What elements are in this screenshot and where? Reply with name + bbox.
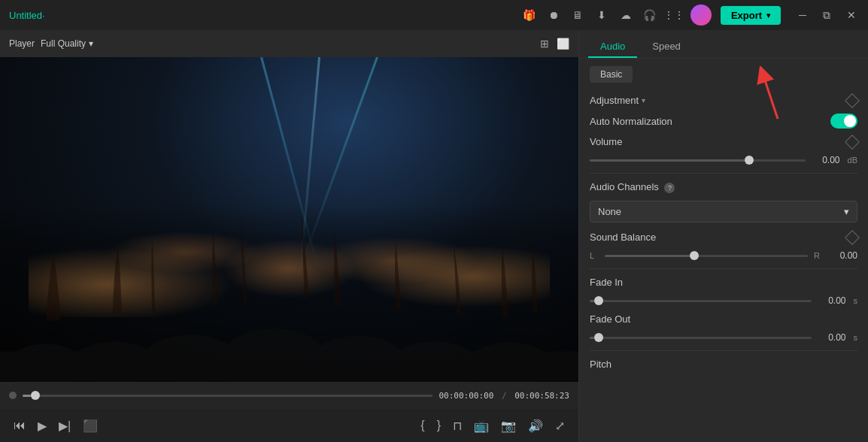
volume-label: Volume bbox=[590, 136, 622, 147]
divider-2 bbox=[590, 268, 857, 269]
titlebar-icons: 🎁 ⏺ 🖥 ⬇ ☁ 🎧 ⋮⋮ Export ▾ ─ ⧉ ✕ bbox=[522, 5, 859, 26]
transport-bar: ⏮ ▶ ▶| ⬛ { } ⊓ 📺 📷 🔊 ⤢ bbox=[0, 409, 578, 442]
fade-out-thumb[interactable] bbox=[594, 333, 603, 342]
auto-normalization-toggle[interactable] bbox=[830, 114, 857, 129]
concert-scene bbox=[0, 57, 578, 382]
sound-balance-label: Sound Balance bbox=[590, 232, 656, 243]
adjustment-section-header: Adjustment ▾ bbox=[590, 95, 857, 106]
monitor-icon[interactable]: 🖥 bbox=[570, 8, 585, 23]
player-right: ⊞ ⬜ bbox=[540, 38, 569, 50]
record-icon[interactable]: ⏺ bbox=[546, 8, 561, 23]
svg-rect-7 bbox=[0, 352, 578, 382]
volume-slider-row: 0.00 dB bbox=[590, 155, 857, 165]
grid-icon[interactable]: ⋮⋮ bbox=[666, 8, 681, 23]
fade-in-value: 0.00 bbox=[818, 295, 846, 306]
fade-in-slider-row: 0.00 s bbox=[590, 295, 857, 306]
fade-out-slider-row: 0.00 s bbox=[590, 332, 857, 343]
quality-select[interactable]: Full Quality ▾ bbox=[41, 38, 93, 49]
timeline-progress bbox=[23, 395, 31, 397]
monitor-button[interactable]: 📺 bbox=[472, 417, 490, 434]
quality-label: Full Quality bbox=[41, 38, 86, 49]
playhead-dot[interactable] bbox=[9, 392, 17, 399]
stop-button[interactable]: ⬛ bbox=[81, 417, 99, 434]
audio-channels-help-icon[interactable]: ? bbox=[664, 183, 675, 193]
sound-balance-diamond-icon[interactable] bbox=[845, 230, 860, 245]
divider-3 bbox=[590, 350, 857, 351]
close-button[interactable]: ✕ bbox=[844, 8, 859, 23]
fade-in-label: Fade In bbox=[590, 277, 623, 288]
volume-section-header: Volume bbox=[590, 136, 857, 147]
volume-value: 0.00 bbox=[812, 155, 840, 165]
titlebar: Untitled· 🎁 ⏺ 🖥 ⬇ ☁ 🎧 ⋮⋮ Export ▾ ─ ⧉ ✕ bbox=[0, 0, 868, 30]
dropdown-chevron-icon: ▾ bbox=[844, 206, 849, 217]
video-panel: Player Full Quality ▾ ⊞ ⬜ bbox=[0, 30, 578, 442]
timeline-thumb[interactable] bbox=[31, 391, 40, 400]
adjustment-arrow-icon: ▾ bbox=[642, 96, 645, 104]
audio-button[interactable]: 🔊 bbox=[527, 417, 545, 434]
camera-button[interactable]: 📷 bbox=[499, 417, 517, 434]
export-button[interactable]: Export ▾ bbox=[721, 6, 781, 25]
audio-channels-dropdown[interactable]: None ▾ bbox=[590, 201, 857, 223]
right-panel: Audio Speed Basic Adjustment ▾ Auto Norm… bbox=[578, 30, 868, 442]
fullscreen-icon[interactable]: ⬜ bbox=[557, 38, 569, 50]
fade-in-thumb[interactable] bbox=[594, 296, 603, 305]
quality-chevron-icon: ▾ bbox=[89, 38, 93, 49]
fade-in-row: Fade In bbox=[590, 277, 857, 288]
timeline-area: 00:00:00:00 / 00:00:58:23 bbox=[0, 382, 578, 409]
player-label: Player bbox=[9, 38, 35, 49]
divider-1 bbox=[590, 173, 857, 174]
import-icon[interactable]: ⬇ bbox=[594, 8, 609, 23]
video-area bbox=[0, 57, 578, 382]
audio-channels-label: Audio Channels ? bbox=[590, 181, 675, 193]
fullscreen-transport-button[interactable]: ⤢ bbox=[554, 417, 566, 434]
adjustment-diamond-icon[interactable] bbox=[845, 93, 860, 108]
maximize-button[interactable]: ⧉ bbox=[820, 8, 833, 23]
fade-out-unit: s bbox=[854, 333, 858, 342]
timeline-bar[interactable] bbox=[23, 395, 432, 397]
main-area: Player Full Quality ▾ ⊞ ⬜ bbox=[0, 30, 868, 442]
fade-out-slider[interactable] bbox=[590, 337, 812, 339]
volume-fill bbox=[590, 159, 745, 162]
minimize-button[interactable]: ─ bbox=[796, 8, 809, 23]
sound-balance-slider-row: L R 0.00 bbox=[590, 250, 857, 261]
basic-button[interactable]: Basic bbox=[590, 66, 633, 83]
skip-back-button[interactable]: ⏮ bbox=[12, 417, 27, 434]
play-button[interactable]: ▶ bbox=[36, 417, 48, 434]
grid-view-icon[interactable]: ⊞ bbox=[540, 38, 549, 50]
volume-unit: dB bbox=[848, 156, 857, 165]
mark-out-button[interactable]: } bbox=[436, 417, 442, 434]
player-toolbar: Player Full Quality ▾ ⊞ ⬜ bbox=[0, 30, 578, 57]
volume-thumb[interactable] bbox=[745, 156, 754, 165]
timecode-current: 00:00:00:00 / 00:00:58:23 bbox=[439, 391, 569, 401]
panel-content: Basic Adjustment ▾ Auto Normalization Vo… bbox=[579, 59, 868, 442]
cloud-icon[interactable]: ☁ bbox=[618, 8, 633, 23]
balance-thumb[interactable] bbox=[690, 251, 699, 260]
play-next-button[interactable]: ▶| bbox=[57, 417, 72, 434]
gift-icon[interactable]: 🎁 bbox=[522, 8, 537, 23]
tab-speed[interactable]: Speed bbox=[640, 36, 693, 58]
fade-out-row: Fade Out bbox=[590, 313, 857, 325]
sound-balance-header: Sound Balance bbox=[590, 232, 857, 243]
pitch-row: Pitch bbox=[590, 359, 857, 370]
volume-diamond-icon[interactable] bbox=[845, 135, 860, 150]
adjustment-title: Adjustment ▾ bbox=[590, 95, 645, 106]
player-left: Player Full Quality ▾ bbox=[9, 38, 93, 49]
fade-in-slider[interactable] bbox=[590, 300, 812, 302]
window-controls: ─ ⧉ ✕ bbox=[796, 8, 859, 23]
insert-button[interactable]: ⊓ bbox=[451, 417, 463, 434]
headset-icon[interactable]: 🎧 bbox=[642, 8, 657, 23]
crowd-svg bbox=[0, 171, 578, 382]
tab-audio[interactable]: Audio bbox=[588, 36, 637, 58]
balance-L-label: L bbox=[590, 251, 599, 260]
app-title: Untitled· bbox=[9, 10, 45, 21]
fade-out-value: 0.00 bbox=[818, 332, 846, 343]
balance-R-label: R bbox=[814, 251, 823, 260]
audio-channels-row: Audio Channels ? bbox=[590, 181, 857, 193]
auto-normalization-label: Auto Normalization bbox=[590, 116, 672, 127]
volume-slider[interactable] bbox=[590, 159, 806, 162]
transport-left: ⏮ ▶ ▶| ⬛ bbox=[12, 417, 99, 434]
mark-in-button[interactable]: { bbox=[419, 417, 426, 434]
export-chevron-icon: ▾ bbox=[766, 11, 770, 20]
avatar[interactable] bbox=[690, 5, 712, 26]
balance-slider[interactable] bbox=[605, 255, 808, 257]
